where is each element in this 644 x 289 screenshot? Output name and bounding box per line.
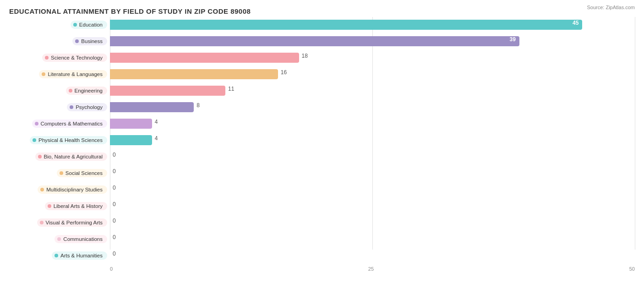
bar-row: Education45 (9, 17, 635, 33)
bar-dot (40, 221, 44, 224)
bar-label-container: Literature & Languages (9, 70, 110, 78)
bar-label-pill: Arts & Humanities (52, 251, 107, 260)
x-axis: 02550 (9, 265, 635, 272)
chart-title: EDUCATIONAL ATTAINMENT BY FIELD OF STUDY… (9, 5, 251, 15)
bar-label-pill: Engineering (66, 87, 107, 95)
bar-dot (60, 171, 63, 175)
chart-container: EDUCATIONAL ATTAINMENT BY FIELD OF STUDY… (9, 5, 635, 272)
bar-label-text: Literature & Languages (48, 71, 103, 77)
bar-value: 0 (113, 152, 116, 158)
bar-track: 0 (110, 168, 635, 178)
bar-label-container: Communications (9, 235, 110, 243)
bar-dot (70, 105, 73, 109)
bar-label-pill: Communications (55, 235, 107, 243)
bar-track: 18 (110, 53, 635, 63)
bar-fill: 11 (110, 86, 225, 96)
bar-value-inside: 45 (573, 20, 579, 26)
bar-track: 4 (110, 135, 635, 145)
bar-value: 0 (113, 185, 116, 191)
bar-label-pill: Computers & Mathematics (32, 120, 108, 128)
bar-track: 8 (110, 102, 635, 112)
bar-label-text: Education (79, 22, 103, 27)
bar-label-pill: Business (72, 37, 107, 45)
bar-value: 0 (113, 201, 116, 207)
bar-track: 0 (110, 152, 635, 162)
bar-dot (57, 237, 61, 241)
bar-track: 0 (110, 218, 635, 228)
bar-label-container: Education (9, 21, 110, 29)
bar-value: 8 (196, 102, 200, 109)
bar-dot (48, 204, 51, 208)
bar-track: 11 (110, 86, 635, 96)
bar-label-pill: Literature & Languages (39, 70, 107, 78)
bar-row: Liberal Arts & History0 (9, 198, 635, 214)
bar-label-text: Engineering (75, 88, 103, 93)
bar-track: 0 (110, 201, 635, 211)
bar-row: Arts & Humanities0 (9, 248, 635, 263)
bar-label-text: Bio, Nature & Agricultural (44, 154, 103, 159)
bar-value: 18 (302, 53, 308, 59)
bar-dot (45, 56, 49, 60)
bar-label-text: Computers & Mathematics (41, 121, 103, 126)
bar-dot (55, 254, 58, 257)
chart-area: Education45Business39Science & Technolog… (9, 17, 635, 263)
bar-value: 16 (281, 69, 287, 76)
bar-track: 45 (110, 20, 635, 30)
bar-value-inside: 39 (510, 36, 516, 43)
x-axis-label: 50 (629, 266, 635, 272)
bar-label-container: Visual & Performing Arts (9, 218, 110, 227)
bar-value: 0 (113, 251, 116, 257)
bar-row: Multidisciplinary Studies0 (9, 182, 635, 197)
bar-fill: 4 (110, 135, 152, 145)
bar-fill: 16 (110, 69, 278, 79)
bar-fill: 45 (110, 20, 582, 30)
x-axis-label: 25 (368, 266, 374, 272)
bar-row: Business39 (9, 33, 635, 49)
bar-value: 4 (155, 119, 158, 125)
bar-label-pill: Education (71, 21, 107, 29)
bar-label-text: Social Sciences (65, 170, 103, 176)
bar-row: Visual & Performing Arts0 (9, 215, 635, 230)
bar-fill: 4 (110, 119, 152, 129)
bar-row: Physical & Health Sciences4 (9, 132, 635, 148)
bar-label-container: Liberal Arts & History (9, 202, 110, 210)
bar-label-pill: Bio, Nature & Agricultural (35, 153, 107, 161)
bar-row: Engineering11 (9, 83, 635, 98)
bar-label-container: Physical & Health Sciences (9, 136, 110, 144)
chart-source: Source: ZipAtlas.com (587, 5, 635, 10)
bar-dot (35, 122, 38, 125)
bar-fill: 18 (110, 53, 299, 63)
bar-track: 4 (110, 119, 635, 129)
bar-label-container: Engineering (9, 87, 110, 95)
bar-value: 0 (113, 218, 116, 224)
bar-label-text: Visual & Performing Arts (46, 220, 103, 225)
bar-track: 0 (110, 251, 635, 261)
x-axis-label: 0 (110, 266, 113, 272)
bar-value: 4 (155, 135, 158, 142)
bar-label-container: Arts & Humanities (9, 251, 110, 260)
bar-label-pill: Multidisciplinary Studies (38, 185, 107, 194)
bar-dot (75, 39, 79, 43)
bar-label-text: Liberal Arts & History (54, 203, 103, 209)
bar-dot (73, 23, 77, 27)
bar-value: 11 (228, 86, 234, 92)
bar-row: Literature & Languages16 (9, 66, 635, 82)
bar-row: Social Sciences0 (9, 165, 635, 181)
bar-label-text: Science & Technology (51, 55, 103, 60)
bar-track: 0 (110, 234, 635, 244)
bar-label-text: Multidisciplinary Studies (46, 187, 103, 192)
bar-dot (33, 138, 36, 142)
bar-label-pill: Visual & Performing Arts (37, 218, 107, 227)
bar-row: Science & Technology18 (9, 50, 635, 65)
bar-row: Bio, Nature & Agricultural0 (9, 149, 635, 164)
bar-label-text: Communications (63, 236, 103, 242)
bar-label-container: Multidisciplinary Studies (9, 185, 110, 194)
bar-row: Communications0 (9, 231, 635, 247)
bar-track: 16 (110, 69, 635, 79)
bar-fill: 39 (110, 36, 519, 46)
bar-dot (69, 89, 72, 93)
bar-label-container: Psychology (9, 103, 110, 111)
bar-track: 39 (110, 36, 635, 46)
bar-dot (38, 155, 42, 158)
bar-track: 0 (110, 185, 635, 195)
